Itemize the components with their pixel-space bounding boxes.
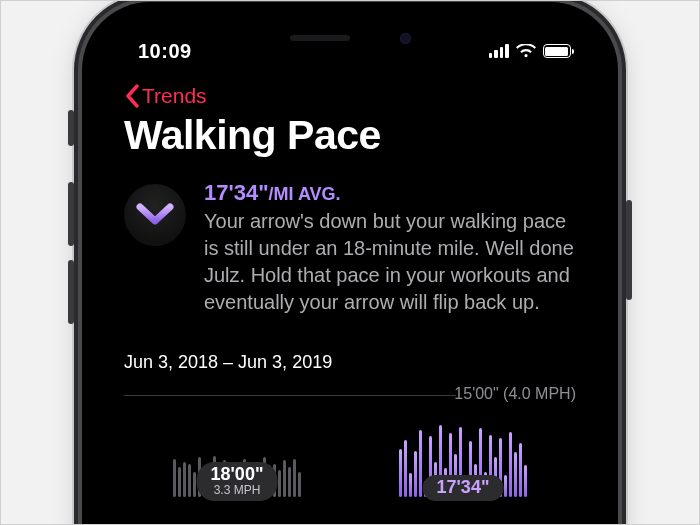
chevron-left-icon [124, 84, 140, 108]
summary-body: Your arrow's down but your walking pace … [204, 208, 576, 316]
chart-bar [404, 440, 407, 498]
pace-chart[interactable]: 15'00" (4.0 MPH) 18'00" 3.3 MPH 17'34" [124, 387, 576, 507]
chart-bar [409, 473, 412, 497]
chart-bar [293, 459, 296, 497]
chart-bar [419, 430, 422, 497]
chart-series-recent: 17'34" [350, 397, 576, 497]
wifi-icon [516, 44, 536, 58]
chart-bar [514, 452, 517, 497]
trend-arrow-badge [124, 184, 186, 246]
battery-icon [543, 44, 575, 58]
mute-switch [68, 110, 74, 146]
status-indicators [489, 44, 575, 58]
front-camera [400, 33, 411, 44]
chart-series-past: 18'00" 3.3 MPH [124, 397, 350, 497]
chart-badge-recent: 17'34" [423, 475, 504, 501]
summary-value: 17'34" [204, 180, 269, 205]
chart-bar [183, 462, 186, 497]
chart-bar [288, 467, 291, 497]
chart-bar [519, 443, 522, 497]
phone-screen: 10:09 Trends [102, 20, 598, 525]
display-notch [231, 20, 469, 56]
chart-gridline [124, 395, 456, 396]
summary-unit: /MI AVG. [269, 184, 341, 204]
page-title: Walking Pace [124, 113, 576, 158]
badge-value: 17'34" [437, 478, 490, 496]
chart-badge-past: 18'00" 3.3 MPH [197, 462, 278, 501]
chart-bar [178, 467, 181, 497]
back-label: Trends [142, 84, 207, 108]
chart-bar [524, 465, 527, 497]
chart-bar [173, 459, 176, 497]
chart-date-range: Jun 3, 2018 – Jun 3, 2019 [124, 352, 576, 373]
summary-heading: 17'34"/MI AVG. [204, 180, 576, 206]
back-button[interactable]: Trends [124, 84, 207, 108]
trend-summary: 17'34"/MI AVG. Your arrow's down but you… [124, 180, 576, 316]
chart-bar [414, 451, 417, 497]
chart-bar [504, 475, 507, 497]
phone-device-frame: 10:09 Trends [82, 2, 618, 525]
chevron-down-icon [135, 201, 175, 229]
volume-up-button [68, 182, 74, 246]
chart-bar [188, 464, 191, 498]
badge-sub: 3.3 MPH [211, 484, 264, 496]
chart-bar [283, 460, 286, 497]
chart-bar [278, 470, 281, 497]
speaker-grille [290, 35, 350, 41]
chart-bar [298, 472, 301, 498]
chart-bars: 18'00" 3.3 MPH 17'34" [124, 397, 576, 497]
chart-bar [193, 472, 196, 498]
status-time: 10:09 [138, 40, 192, 63]
volume-down-button [68, 260, 74, 324]
chart-bar [509, 432, 512, 498]
cellular-signal-icon [489, 44, 509, 58]
side-button [626, 200, 632, 300]
chart-bar [399, 449, 402, 497]
badge-value: 18'00" [211, 465, 264, 483]
